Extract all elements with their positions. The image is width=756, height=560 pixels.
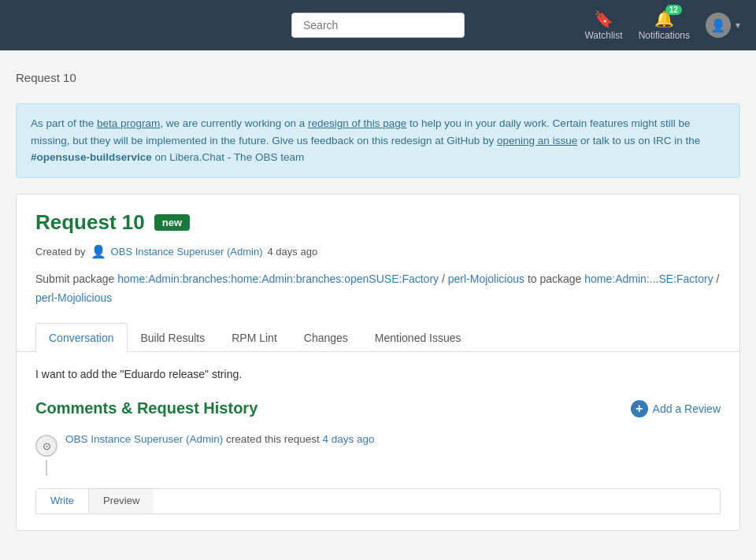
notifications-nav-item[interactable]: 🔔12 Notifications [639,9,690,41]
target-pkg-link[interactable]: perl-Mojolicious [35,291,112,304]
bell-icon: 🔔12 [654,9,674,28]
request-description: I want to add the "Eduardo release" stri… [35,368,721,380]
created-ago: 4 days ago [268,246,318,258]
source-pkg-link[interactable]: perl-Mojolicious [448,273,524,285]
request-title: Request 10 [35,210,145,235]
write-preview-tabs: Write Preview [35,488,721,514]
bookmark-icon: 🔖 [594,9,613,28]
page-title: Request 10 [16,63,740,92]
add-review-button[interactable]: + Add a Review [631,400,721,417]
tab-content-conversation: I want to add the "Eduardo release" stri… [35,352,721,530]
section-title: Comments & Request History [35,399,258,417]
preview-tab[interactable]: Preview [89,489,154,514]
user-menu[interactable]: 👤 ▾ [706,13,740,38]
request-card: Request 10 new Created by 👤 OBS Instance… [16,194,740,532]
chevron-down-icon: ▾ [736,20,740,31]
source-package-link[interactable]: home:Admin:branches:home:Admin:branches:… [117,273,439,285]
created-by-prefix: Created by [35,246,86,258]
section-header: Comments & Request History + Add a Revie… [35,399,721,417]
submit-prefix: Submit package [35,273,117,285]
commit-icon: ⊙ [35,435,57,457]
tab-mentioned-issues[interactable]: Mentioned Issues [361,323,475,352]
tab-rpm-lint[interactable]: RPM Lint [218,323,291,352]
main-container: Request 10 As part of the beta program, … [0,50,756,543]
timeline-creator-link[interactable]: OBS Instance Superuser (Admin) [65,433,223,445]
target-package-link[interactable]: home:Admin:...SE:Factory [584,273,713,285]
request-header: Request 10 new [35,210,721,235]
avatar: 👤 [706,13,731,38]
submit-info: Submit package home:Admin:branches:home:… [35,270,721,308]
creator-link[interactable]: OBS Instance Superuser (Admin) [111,246,263,258]
write-tab[interactable]: Write [36,489,89,514]
navbar: 🔖 Watchlist 🔔12 Notifications 👤 ▾ [0,0,756,50]
watchlist-nav-item[interactable]: 🔖 Watchlist [584,9,622,41]
timeline-action-text: created this request [226,433,320,445]
add-review-label: Add a Review [653,402,721,415]
plus-icon: + [631,400,648,417]
timeline-item: ⊙ OBS Instance Superuser (Admin) created… [35,433,721,476]
navbar-right: 🔖 Watchlist 🔔12 Notifications 👤 ▾ [584,9,740,41]
notifications-badge: 12 [665,5,682,15]
tab-changes[interactable]: Changes [291,323,361,352]
status-badge: new [154,214,190,231]
redesign-link[interactable]: redesign of this page [308,117,406,129]
timeline-line: ⊙ [35,433,57,476]
search-input[interactable] [291,13,465,38]
user-icon: 👤 [91,244,106,259]
tab-conversation[interactable]: Conversation [35,323,128,352]
beta-banner: As part of the beta program, we are curr… [16,103,740,178]
created-by: Created by 👤 OBS Instance Superuser (Adm… [35,244,721,259]
tabs: Conversation Build Results RPM Lint Chan… [17,323,739,352]
beta-program-link[interactable]: beta program [97,117,160,129]
tab-build-results[interactable]: Build Results [128,323,219,352]
beta-banner-text: As part of the beta program, we are curr… [31,117,700,163]
git-icon: ⊙ [43,440,51,452]
timeline-time-link[interactable]: 4 days ago [322,433,374,445]
open-issue-link[interactable]: opening an issue [497,135,577,146]
vertical-line [46,460,47,476]
timeline-text: OBS Instance Superuser (Admin) created t… [65,433,375,445]
